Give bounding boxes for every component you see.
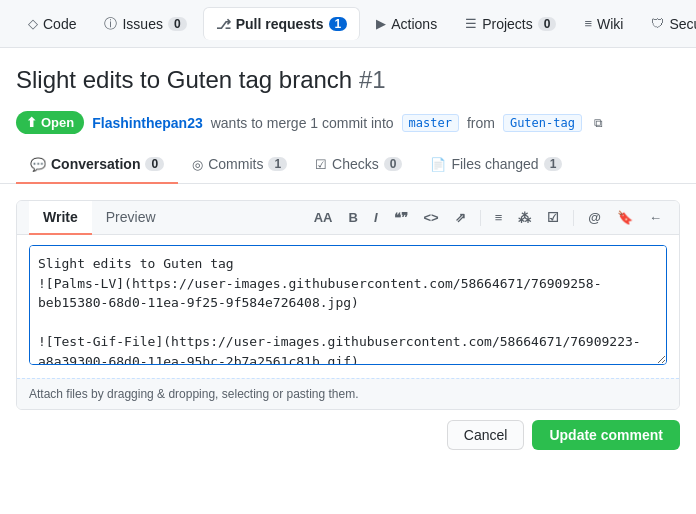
conversation-icon: 💬 bbox=[30, 157, 46, 172]
format-code-btn[interactable]: <> bbox=[419, 207, 444, 228]
format-ol-btn[interactable]: ⁂ bbox=[513, 207, 536, 228]
pr-title-area: Slight edits to Guten tag branch #1 bbox=[0, 48, 696, 103]
separator-1 bbox=[480, 210, 481, 226]
nav-security[interactable]: 🛡 Security bbox=[639, 8, 696, 40]
actions-icon: ▶ bbox=[376, 16, 386, 31]
tab-checks[interactable]: ☑ Checks 0 bbox=[301, 146, 416, 184]
commits-badge: 1 bbox=[268, 157, 287, 171]
editor-container: Write Preview AA B I ❝❞ <> ⇗ ≡ ⁂ ☑ @ 🔖 ←… bbox=[16, 200, 680, 410]
nav-pull-requests[interactable]: ⎇ Pull requests 1 bbox=[203, 7, 361, 40]
separator-2 bbox=[573, 210, 574, 226]
nav-wiki-label: Wiki bbox=[597, 16, 623, 32]
format-ref-btn[interactable]: 🔖 bbox=[612, 207, 638, 228]
nav-projects[interactable]: ☰ Projects 0 bbox=[453, 8, 568, 40]
wiki-icon: ≡ bbox=[584, 16, 592, 31]
pr-meta: ⬆ Open Flashinthepan23 wants to merge 1 … bbox=[0, 103, 696, 146]
nav-actions-label: Actions bbox=[391, 16, 437, 32]
editor-footer: Cancel Update comment bbox=[16, 410, 680, 450]
attach-area: Attach files by dragging & dropping, sel… bbox=[17, 378, 679, 409]
projects-badge: 0 bbox=[538, 17, 557, 31]
nav-projects-label: Projects bbox=[482, 16, 533, 32]
editor-body: Slight edits to Guten tag ![Palms-LV](ht… bbox=[17, 235, 679, 378]
nav-issues[interactable]: ⓘ Issues 0 bbox=[92, 7, 198, 41]
pr-number: #1 bbox=[359, 66, 386, 93]
editor-textarea[interactable]: Slight edits to Guten tag ![Palms-LV](ht… bbox=[29, 245, 667, 365]
pr-status-badge: ⬆ Open bbox=[16, 111, 84, 134]
nav-wiki[interactable]: ≡ Wiki bbox=[572, 8, 635, 40]
tab-files-changed[interactable]: 📄 Files changed 1 bbox=[416, 146, 576, 184]
files-changed-icon: 📄 bbox=[430, 157, 446, 172]
checks-badge: 0 bbox=[384, 157, 403, 171]
copy-branch-icon[interactable]: ⧉ bbox=[594, 116, 603, 130]
tab-files-changed-label: Files changed bbox=[451, 156, 538, 172]
format-ul-btn[interactable]: ≡ bbox=[490, 207, 508, 228]
editor-tabs-bar: Write Preview AA B I ❝❞ <> ⇗ ≡ ⁂ ☑ @ 🔖 ← bbox=[17, 201, 679, 235]
format-task-btn[interactable]: ☑ bbox=[542, 207, 564, 228]
format-quote-btn[interactable]: ❝❞ bbox=[389, 207, 413, 228]
pull-requests-badge: 1 bbox=[329, 17, 348, 31]
format-mention-btn[interactable]: @ bbox=[583, 207, 606, 228]
format-bold-btn[interactable]: B bbox=[344, 207, 363, 228]
pr-compare-branch[interactable]: Guten-tag bbox=[503, 114, 582, 132]
format-arrow-btn[interactable]: ← bbox=[644, 207, 667, 228]
security-icon: 🛡 bbox=[651, 16, 664, 31]
nav-code[interactable]: ◇ Code bbox=[16, 8, 88, 40]
pr-author[interactable]: Flashinthepan23 bbox=[92, 115, 202, 131]
nav-security-label: Security bbox=[669, 16, 696, 32]
pr-meta-text: wants to merge 1 commit into bbox=[211, 115, 394, 131]
conversation-badge: 0 bbox=[145, 157, 164, 171]
nav-pull-requests-label: Pull requests bbox=[236, 16, 324, 32]
nav-actions[interactable]: ▶ Actions bbox=[364, 8, 449, 40]
cancel-button[interactable]: Cancel bbox=[447, 420, 525, 450]
tab-checks-label: Checks bbox=[332, 156, 379, 172]
update-comment-button[interactable]: Update comment bbox=[532, 420, 680, 450]
tab-conversation-label: Conversation bbox=[51, 156, 140, 172]
pr-tabs: 💬 Conversation 0 ◎ Commits 1 ☑ Checks 0 … bbox=[0, 146, 696, 184]
open-icon: ⬆ bbox=[26, 115, 37, 130]
main-content: Write Preview AA B I ❝❞ <> ⇗ ≡ ⁂ ☑ @ 🔖 ←… bbox=[0, 184, 696, 466]
top-nav: ◇ Code ⓘ Issues 0 ⎇ Pull requests 1 ▶ Ac… bbox=[0, 0, 696, 48]
pr-base-branch[interactable]: master bbox=[402, 114, 459, 132]
pr-title: Slight edits to Guten tag branch #1 bbox=[16, 64, 680, 95]
editor-preview-tab[interactable]: Preview bbox=[92, 201, 170, 235]
files-changed-badge: 1 bbox=[544, 157, 563, 171]
tab-commits-label: Commits bbox=[208, 156, 263, 172]
issues-badge: 0 bbox=[168, 17, 187, 31]
format-toolbar: AA B I ❝❞ <> ⇗ ≡ ⁂ ☑ @ 🔖 ← bbox=[309, 203, 667, 232]
format-aa-btn[interactable]: AA bbox=[309, 207, 338, 228]
pr-from-text: from bbox=[467, 115, 495, 131]
tab-commits[interactable]: ◎ Commits 1 bbox=[178, 146, 301, 184]
projects-icon: ☰ bbox=[465, 16, 477, 31]
format-link-btn[interactable]: ⇗ bbox=[450, 207, 471, 228]
editor-write-tab[interactable]: Write bbox=[29, 201, 92, 235]
nav-issues-label: Issues bbox=[122, 16, 162, 32]
commits-icon: ◎ bbox=[192, 157, 203, 172]
checks-icon: ☑ bbox=[315, 157, 327, 172]
tab-conversation[interactable]: 💬 Conversation 0 bbox=[16, 146, 178, 184]
code-icon: ◇ bbox=[28, 16, 38, 31]
pull-requests-icon: ⎇ bbox=[216, 17, 231, 32]
format-italic-btn[interactable]: I bbox=[369, 207, 383, 228]
attach-text: Attach files by dragging & dropping, sel… bbox=[29, 387, 359, 401]
nav-code-label: Code bbox=[43, 16, 76, 32]
issues-icon: ⓘ bbox=[104, 15, 117, 33]
